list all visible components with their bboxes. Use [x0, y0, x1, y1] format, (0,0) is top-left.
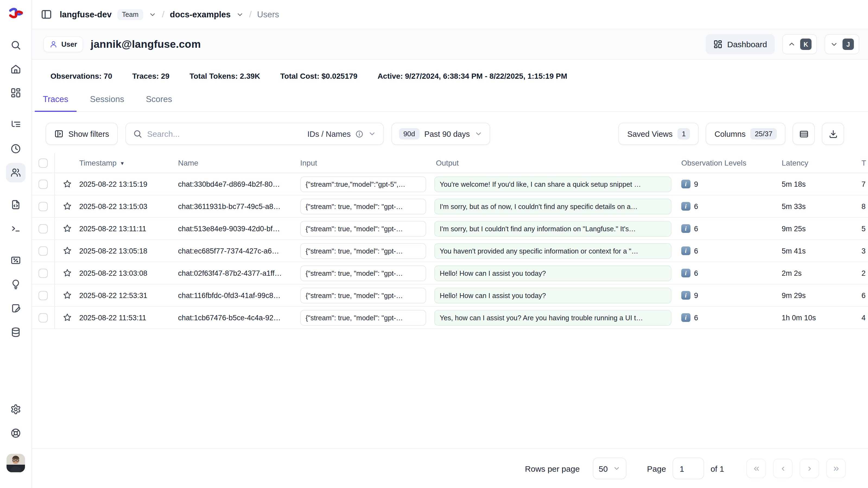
lifebuoy-icon [10, 428, 21, 438]
table-row[interactable]: 2025-08-22 13:03:08 chat:02f63f47-87b2-4… [32, 262, 868, 284]
trace-latency: 5m 33s [780, 202, 845, 210]
page-number-input[interactable] [673, 458, 704, 479]
filter-panel-icon [54, 129, 63, 139]
observation-level-count: 6 [694, 313, 698, 322]
previous-page-button[interactable] [773, 459, 793, 478]
bookmark-star-icon[interactable] [55, 179, 79, 189]
trace-input-cell[interactable]: {"stream": true, "model": "gpt-… [300, 221, 426, 236]
select-all-checkbox[interactable] [38, 158, 48, 167]
column-header-name[interactable]: Name [178, 158, 300, 167]
column-header-observation-levels[interactable]: Observation Levels [680, 158, 780, 167]
first-page-button[interactable] [746, 459, 766, 478]
sidebar-item-datasets[interactable] [6, 323, 26, 342]
table-row[interactable]: 2025-08-22 13:15:03 chat:3611931b-bc77-4… [32, 195, 868, 218]
previous-user-button[interactable]: K [782, 34, 817, 54]
bookmark-star-icon[interactable] [55, 313, 79, 323]
table-row[interactable]: 2025-08-22 13:15:19 chat:330bd4e7-d869-4… [32, 173, 868, 195]
info-level-icon: i [681, 246, 690, 255]
trace-output-cell[interactable]: Yes, how can I assist you? Are you havin… [434, 310, 672, 326]
last-page-button[interactable] [826, 459, 846, 478]
sidebar-item-support[interactable] [6, 423, 26, 443]
tab[interactable]: Traces [35, 94, 76, 112]
row-checkbox[interactable] [38, 268, 48, 278]
sidebar-item-evaluation[interactable] [6, 251, 26, 270]
sidebar-item-users[interactable] [6, 163, 26, 182]
bookmark-star-icon[interactable] [55, 246, 79, 256]
sidebar-item-tracing[interactable] [6, 115, 26, 134]
page-label: Page [647, 464, 666, 473]
row-checkbox[interactable] [38, 291, 48, 300]
next-page-button[interactable] [800, 459, 819, 478]
column-header-output[interactable]: Output [434, 158, 680, 167]
user-avatar[interactable] [6, 454, 25, 472]
sidebar-item-playground[interactable] [6, 219, 26, 238]
observation-level-count: 9 [694, 180, 698, 188]
column-header-input[interactable]: Input [300, 158, 434, 167]
project-switcher-chevron-icon[interactable] [236, 10, 244, 18]
search-scope-dropdown[interactable]: IDs / Names [307, 129, 376, 138]
prompts-file-code-icon [10, 199, 21, 210]
tab[interactable]: Scores [137, 94, 180, 112]
trace-input-cell[interactable]: {"stream": true, "model": "gpt-… [300, 199, 426, 214]
lightbulb-icon [10, 279, 21, 290]
show-filters-button[interactable]: Show filters [45, 123, 118, 145]
trace-output-cell[interactable]: You haven't provided any specific inform… [434, 243, 672, 258]
trace-output-cell[interactable]: Hello! How can I assist you today? [434, 287, 672, 303]
sidebar-item-search[interactable] [6, 35, 26, 55]
row-checkbox[interactable] [38, 202, 48, 211]
table-row[interactable]: 2025-08-22 13:05:18 chat:ec685f77-7374-4… [32, 240, 868, 262]
dashboard-button[interactable]: Dashboard [706, 34, 775, 54]
saved-views-label: Saved Views [627, 129, 673, 138]
tab[interactable]: Sessions [82, 94, 132, 112]
sidebar-item-sessions[interactable] [6, 139, 26, 158]
sidebar-item-insights[interactable] [6, 275, 26, 294]
observation-level-count: 9 [694, 291, 698, 299]
bookmark-star-icon[interactable] [55, 291, 79, 300]
trace-input-cell[interactable]: {"stream": true, "model": "gpt-… [300, 243, 426, 258]
sidebar-item-home[interactable] [6, 59, 26, 79]
page-size-select[interactable]: 50 [593, 458, 626, 479]
sidebar-item-settings[interactable] [6, 399, 26, 419]
row-checkbox[interactable] [38, 224, 48, 233]
column-header-latency[interactable]: Latency [780, 158, 845, 167]
sidebar-toggle-button[interactable] [41, 9, 52, 20]
bookmark-star-icon[interactable] [55, 202, 79, 211]
trace-name: chat:330bd4e7-d869-4b2f-80… [178, 180, 300, 188]
bookmark-star-icon[interactable] [55, 224, 79, 234]
export-download-button[interactable] [822, 123, 844, 145]
info-level-icon: i [681, 313, 690, 322]
row-checkbox[interactable] [38, 246, 48, 255]
sidebar-item-annotation[interactable] [6, 299, 26, 318]
bookmark-star-icon[interactable] [55, 268, 79, 278]
table-row[interactable]: 2025-08-22 11:53:11 chat:1cb67476-b5ce-4… [32, 307, 868, 329]
next-user-button[interactable]: J [825, 34, 859, 54]
search-box[interactable]: IDs / Names [125, 123, 384, 145]
trace-output-cell[interactable]: I'm sorry, but as of now, I couldn't fin… [434, 199, 672, 214]
org-switcher-chevron-icon[interactable] [149, 10, 156, 18]
column-header-clipped[interactable]: T [845, 158, 868, 167]
trace-output-cell[interactable]: You're welcome! If you'd like, I can sha… [434, 176, 672, 192]
trace-input-cell[interactable]: {"stream": true, "model": "gpt-… [300, 310, 426, 326]
breadcrumb-project[interactable]: docs-examples [170, 9, 231, 19]
table-row[interactable]: 2025-08-22 13:11:11 chat:513e84e9-9039-4… [32, 218, 868, 240]
saved-views-button[interactable]: Saved Views 1 [619, 123, 699, 145]
column-header-timestamp[interactable]: Timestamp▼ [79, 158, 178, 167]
trace-input-cell[interactable]: {"stream": true, "model": "gpt-… [300, 287, 426, 303]
sidebar-item-prompts[interactable] [6, 195, 26, 214]
trace-output-cell[interactable]: Hello! How can I assist you today? [434, 265, 672, 281]
table-row[interactable]: 2025-08-22 12:53:31 chat:116fbfdc-0fd3-4… [32, 284, 868, 307]
search-input[interactable] [147, 129, 302, 139]
trace-output-cell[interactable]: I'm sorry, but I couldn't find any infor… [434, 221, 672, 236]
entity-type-chip: User [43, 36, 83, 52]
time-range-dropdown[interactable]: 90d Past 90 days [392, 123, 491, 145]
stat-item: Observations: 70 [51, 72, 112, 80]
row-height-button[interactable] [793, 123, 815, 145]
sidebar-item-dashboards[interactable] [6, 83, 26, 102]
row-checkbox[interactable] [38, 313, 48, 322]
trace-input-cell[interactable]: {"stream": true, "model": "gpt-… [300, 265, 426, 281]
row-checkbox[interactable] [38, 179, 48, 189]
breadcrumb-org[interactable]: langfuse-dev [60, 9, 112, 19]
trace-input-cell[interactable]: {"stream":true,"model":"gpt-5",… [300, 176, 426, 192]
trace-latency: 9m 29s [780, 291, 845, 299]
columns-button[interactable]: Columns 25/37 [706, 123, 785, 145]
